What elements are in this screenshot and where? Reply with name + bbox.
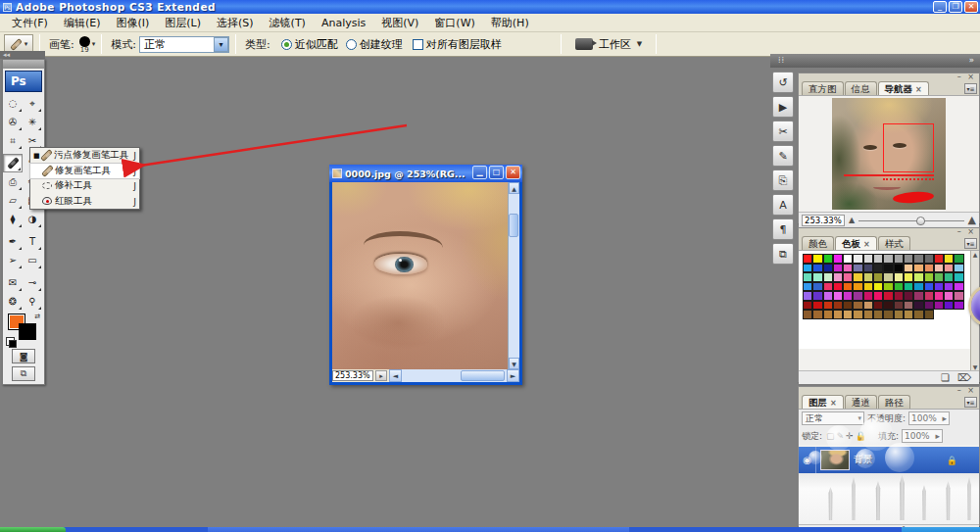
color-swatch[interactable] xyxy=(843,282,853,292)
scroll-up-icon[interactable]: ▲ xyxy=(509,182,519,194)
color-swatch[interactable] xyxy=(833,254,843,264)
eraser-tool[interactable]: ▱ xyxy=(3,191,23,210)
color-swatch[interactable] xyxy=(934,264,944,273)
marquee-tool[interactable]: ◌ xyxy=(3,94,23,113)
color-swatch[interactable] xyxy=(904,301,913,311)
color-swatch[interactable] xyxy=(894,282,904,292)
workspace-button[interactable]: 工作区 ▼ xyxy=(567,37,650,52)
layer-thumbnail[interactable] xyxy=(820,450,850,470)
color-swatch[interactable] xyxy=(823,282,833,292)
layers-tab-图层[interactable]: 图层× xyxy=(802,395,844,409)
color-swatch[interactable] xyxy=(944,282,954,292)
color-swatch[interactable] xyxy=(954,282,963,292)
color-swatch[interactable] xyxy=(924,254,934,264)
delete-swatch-icon[interactable]: ⌦ xyxy=(957,372,971,383)
color-swatch[interactable] xyxy=(823,254,833,264)
flyout-item-healing-brush-icon[interactable]: 修复画笔工具J xyxy=(30,164,139,179)
screen-mode-button[interactable]: ⧉ xyxy=(12,366,35,381)
color-swatch[interactable] xyxy=(853,272,862,282)
color-swatch[interactable] xyxy=(853,291,862,301)
color-swatch[interactable] xyxy=(944,291,954,301)
zoom-percent-field[interactable]: 253.33% xyxy=(332,370,373,381)
scroll-down-icon[interactable]: ▼ xyxy=(509,358,519,369)
color-swatch[interactable] xyxy=(954,272,963,282)
layers-tab-通道[interactable]: 通道 xyxy=(845,395,877,409)
color-swatch[interactable] xyxy=(803,254,812,264)
toolbox-drag-handle[interactable] xyxy=(3,60,44,69)
path-selection-tool[interactable]: ➢ xyxy=(3,251,23,269)
color-swatch[interactable] xyxy=(934,272,944,282)
panel-minimize-close-icons[interactable]: – × xyxy=(957,228,976,236)
swatches-tab-样式[interactable]: 样式 xyxy=(878,236,910,250)
panel-menu-icon[interactable]: ▾≡ xyxy=(964,397,977,408)
zoom-tool[interactable]: ⚲ xyxy=(23,292,42,311)
blur-tool[interactable]: ⧫ xyxy=(3,210,23,228)
navigator-zoom-field[interactable]: 253.33% xyxy=(802,215,845,226)
clone-source-icon[interactable]: ⎘ xyxy=(772,169,794,191)
color-swatch[interactable] xyxy=(954,254,963,264)
layer-row-background[interactable]: ◉ 背景 🔒 xyxy=(799,447,979,473)
color-swatch[interactable] xyxy=(913,301,923,311)
color-swatch[interactable] xyxy=(934,282,944,292)
pen-tool[interactable]: ✒ xyxy=(3,232,23,251)
color-swatch[interactable] xyxy=(812,254,822,264)
menu-item-8[interactable]: 窗口(W) xyxy=(426,14,482,32)
tab-close-icon[interactable]: × xyxy=(830,399,837,408)
color-swatch[interactable] xyxy=(853,264,862,273)
zoom-out-icon[interactable]: ▲ xyxy=(849,216,855,224)
toolbox-collapse-bar[interactable]: ◂◂ xyxy=(0,51,45,59)
color-swatch[interactable] xyxy=(904,310,913,319)
color-swatch[interactable] xyxy=(873,282,883,292)
color-swatch[interactable] xyxy=(812,291,822,301)
color-swatch[interactable] xyxy=(873,254,883,264)
navigator-thumbnail[interactable] xyxy=(832,98,946,210)
tool-presets-icon[interactable]: ✂ xyxy=(772,121,794,142)
color-swatch[interactable] xyxy=(853,301,862,311)
color-swatch[interactable] xyxy=(944,301,954,311)
color-swatch[interactable] xyxy=(863,254,873,264)
color-swatch[interactable] xyxy=(904,272,913,282)
history-icon[interactable]: ↺ xyxy=(772,72,794,93)
color-swatch[interactable] xyxy=(954,291,963,301)
color-swatch[interactable] xyxy=(863,301,873,311)
color-swatch[interactable] xyxy=(873,291,883,301)
blend-mode-select[interactable]: 正常▾ xyxy=(802,411,864,425)
new-swatch-icon[interactable]: ❏ xyxy=(941,372,950,383)
panel-minimize-close-icons[interactable]: – × xyxy=(957,73,976,81)
status-flyout-icon[interactable]: ▸ xyxy=(375,370,387,381)
doc-close-button[interactable]: ✕ xyxy=(506,166,520,179)
color-swatch[interactable] xyxy=(873,264,883,273)
color-swatch[interactable] xyxy=(944,264,954,273)
color-swatch[interactable] xyxy=(803,272,812,282)
color-swatch[interactable] xyxy=(934,291,944,301)
swap-colors-icon[interactable]: ⇄ xyxy=(34,313,40,320)
color-swatch[interactable] xyxy=(833,272,843,282)
tab-close-icon[interactable]: × xyxy=(915,85,922,94)
menu-item-4[interactable]: 选择(S) xyxy=(209,14,262,32)
color-swatch[interactable] xyxy=(924,272,934,282)
color-swatch[interactable] xyxy=(843,264,853,273)
color-swatch[interactable] xyxy=(924,310,934,319)
background-color-swatch[interactable] xyxy=(19,323,36,340)
color-swatch[interactable] xyxy=(833,301,843,311)
color-swatch[interactable] xyxy=(863,272,873,282)
dodge-tool[interactable]: ◑ xyxy=(23,210,42,228)
clone-stamp-tool[interactable]: ⎙ xyxy=(3,172,23,191)
color-swatch[interactable] xyxy=(934,301,944,311)
color-swatch[interactable] xyxy=(803,310,812,319)
color-swatch[interactable] xyxy=(904,291,913,301)
color-swatch[interactable] xyxy=(944,272,954,282)
start-button[interactable] xyxy=(0,527,66,532)
tab-close-icon[interactable]: × xyxy=(863,240,870,249)
color-swatch[interactable] xyxy=(853,282,862,292)
layer-comps-icon[interactable]: ⧉ xyxy=(772,243,794,265)
hscroll-thumb[interactable] xyxy=(461,370,505,381)
sample-all-layers-checkbox[interactable] xyxy=(413,39,423,50)
color-swatch[interactable] xyxy=(823,291,833,301)
color-swatch[interactable] xyxy=(904,282,913,292)
rectangle-tool[interactable]: ▭ xyxy=(23,251,42,269)
scroll-left-icon[interactable]: ◄ xyxy=(389,369,402,382)
color-swatch[interactable] xyxy=(913,254,923,264)
move-tool[interactable]: ⌖ xyxy=(23,94,42,113)
color-swatch[interactable] xyxy=(913,272,923,282)
